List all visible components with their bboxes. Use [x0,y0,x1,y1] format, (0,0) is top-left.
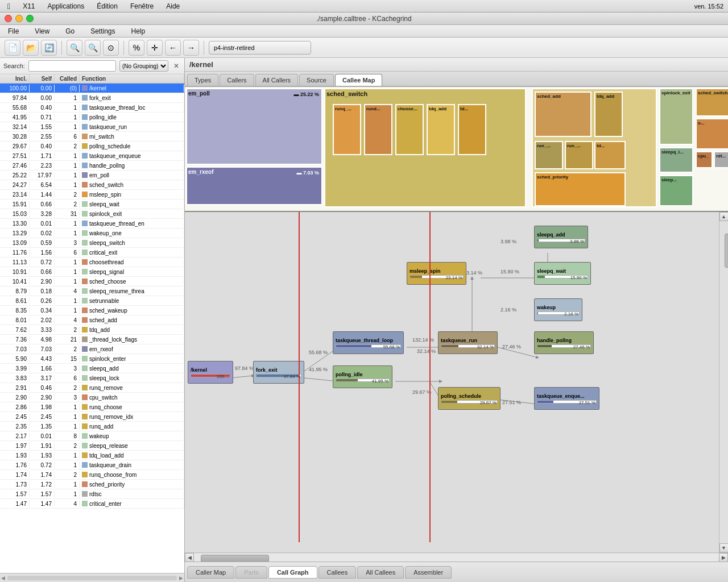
move-button[interactable]: ✛ [147,40,163,56]
mac-menu-x11[interactable]: X11 [20,2,38,11]
table-row[interactable]: 1.97 1.91 2 sleepq_release [0,441,184,451]
vscroll-up[interactable]: ▲ [719,212,729,221]
graph-node[interactable]: sleepq_add 3.98 % [534,226,588,248]
graph-node[interactable]: /kernel 100.... [188,361,233,384]
search-input[interactable] [28,60,116,72]
treemap-right-11[interactable]: o... [696,118,728,149]
graph-node[interactable]: handle_pollng 27.46 % [534,331,594,354]
treemap-inner-2[interactable]: choose... [395,104,424,155]
table-row[interactable]: 10.41 2.90 1 sched_choose [0,277,184,286]
treemap-right-10[interactable]: sched_switch [696,88,728,117]
tab-types[interactable]: Types [187,74,218,86]
col-self-header[interactable]: Self [30,74,55,83]
menu-go[interactable]: Go [62,26,78,36]
treemap-right-5[interactable]: td... [594,141,626,169]
table-row[interactable]: 27.51 1.71 1 taskqueue_enqueue [0,151,184,161]
bottom-tab-parts[interactable]: Parts [235,566,267,579]
table-row[interactable]: 8.01 2.02 4 sched_add [0,315,184,325]
table-row[interactable]: 8.35 0.34 1 sched_wakeup [0,306,184,315]
treemap-right-9[interactable]: sleep... [659,175,693,206]
vscroll[interactable]: ▲ ▼ [719,212,728,552]
treemap-right-6[interactable]: sched_priority [535,172,626,206]
treemap-right-8[interactable]: sleepq_l... [659,147,693,173]
table-row[interactable]: 8.79 0.18 4 sleepq_resume_threa [0,286,184,296]
table-row[interactable]: 8.61 0.26 1 setrunnable [0,296,184,306]
table-row[interactable]: 1.93 1.93 1 tdq_load_add [0,451,184,460]
graph-node[interactable]: wakeup 2.16 % [534,298,582,321]
table-row[interactable]: 13.09 0.59 3 sleepq_switch [0,238,184,248]
tab-callee-map[interactable]: Callee Map [335,74,382,86]
table-row[interactable]: 55.68 0.40 1 taskqueue_thread_loc [0,103,184,113]
tab-all-callers[interactable]: All Callers [255,74,299,86]
table-row[interactable]: 1.74 1.74 2 runq_choose_from [0,470,184,480]
table-row[interactable]: 7.36 4.98 21 _thread_lock_flags [0,335,184,344]
treemap-inner-0[interactable]: runq_... [333,104,361,155]
table-row[interactable]: 15.03 3.28 31 spinlock_exit [0,209,184,219]
graph-node[interactable]: taskqueue_run 32.14 % [438,331,498,354]
menu-settings[interactable]: Settings [87,26,118,36]
graph-node[interactable]: pollng_schedule 29.67 % [438,387,500,410]
bottom-tab-call-graph[interactable]: Call Graph [268,566,317,579]
col-func-header[interactable]: Function [80,74,184,83]
treemap-inner-4[interactable]: td... [458,104,486,155]
back-button[interactable]: ← [165,40,181,56]
minimize-button[interactable] [15,15,23,22]
treemap-inner-1[interactable]: rund... [364,104,392,155]
treemap-right-3[interactable]: run_... [535,141,563,169]
treemap[interactable]: em_poll ▬ 25.22 %em_rxeof ▬ 7.03 %sched_… [185,87,728,211]
col-incl-header[interactable]: Incl. [0,74,30,83]
table-row[interactable]: 13.29 0.02 1 wakeup_one [0,228,184,238]
table-row[interactable]: 7.62 3.33 2 tdq_add [0,325,184,335]
graph-node[interactable]: sleepq_wait 15.90 % [534,262,591,285]
table-row[interactable]: 97.84 0.00 1 fork_exit [0,93,184,103]
graph-node[interactable]: msleep_spin 23.14 % [407,262,466,285]
mac-menu-fenetre[interactable]: Fenêtre [127,2,156,11]
table-row[interactable]: 5.90 4.43 15 spinlock_enter [0,354,184,364]
treemap-right-12[interactable]: cpu_ [696,151,713,168]
profile-selector[interactable]: p4-instr-retired [209,41,311,55]
table-row[interactable]: 3.99 1.66 3 sleepq_add [0,364,184,373]
table-row[interactable]: 100.00 0.00 (0) /kernel [0,84,184,93]
zoom-reset-button[interactable]: ⊙ [103,40,119,56]
reload-button[interactable]: 🔄 [41,40,57,56]
table-row[interactable]: 3.83 3.17 6 sleepq_lock [0,373,184,383]
zoom-in-button[interactable]: 🔍 [67,40,82,56]
graph-node[interactable]: pollng_idle 41.95 % [333,365,392,388]
maximize-button[interactable] [26,15,34,22]
table-row[interactable]: 11.13 0.72 1 choosethread [0,257,184,267]
table-row[interactable]: 41.95 0.71 1 pollng_idle [0,113,184,122]
menu-help[interactable]: Help [128,26,149,36]
forward-button[interactable]: → [183,40,199,56]
treemap-right-13[interactable]: rdt... [714,151,728,168]
bottom-tab-caller-map[interactable]: Caller Map [187,566,234,579]
table-row[interactable]: 27.46 2.23 1 handle_pollng [0,161,184,171]
graph-viewport[interactable]: 97.84 %55.68 %41.95 %132.14 %32.14 %27.4… [185,212,719,552]
treemap-em-rxeof[interactable]: em_rxeof ▬ 7.03 % [186,167,322,205]
apple-menu[interactable]:  [5,1,13,11]
open-button[interactable]: 📂 [23,40,39,56]
table-row[interactable]: 11.76 1.56 6 critical_exit [0,248,184,257]
table-row[interactable]: 1.57 1.57 1 rdtsc [0,489,184,499]
bottom-tab-callees[interactable]: Callees [318,566,357,579]
graph-node[interactable]: taskqueue_thread_loop 55.68 % [333,331,404,354]
hscroll-thumb[interactable] [201,555,269,562]
treemap-right-2[interactable]: tdq_add [594,92,623,137]
hscroll-right[interactable]: ▶ [719,553,728,562]
table-row[interactable]: 32.14 1.55 1 taskqueue_run [0,122,184,132]
new-button[interactable]: 📄 [5,40,20,56]
close-panel-button[interactable]: ✕ [172,61,181,70]
treemap-right-1[interactable]: sched_add [535,92,592,137]
menu-file[interactable]: File [5,26,22,36]
hscroll[interactable]: ◀ ▶ [185,552,728,562]
table-row[interactable]: 1.76 0.72 1 taskqueue_drain [0,460,184,470]
grouping-select[interactable]: (No Grouping) [119,60,168,72]
table-row[interactable]: 15.91 0.66 2 sleepq_wait [0,199,184,209]
treemap-right-4[interactable]: run_... [565,141,593,169]
table-row[interactable]: 23.14 1.44 2 msleep_spin [0,190,184,199]
table-row[interactable]: 2.90 2.90 3 cpu_switch [0,393,184,402]
table-row[interactable]: 13.30 0.01 1 taskqueue_thread_en [0,219,184,228]
window-controls[interactable] [5,15,34,22]
table-row[interactable]: 2.35 1.35 1 runq_add [0,422,184,431]
table-row[interactable]: 2.17 0.01 8 wakeup [0,431,184,441]
table-row[interactable]: 1.47 1.47 4 critical_enter [0,499,184,509]
